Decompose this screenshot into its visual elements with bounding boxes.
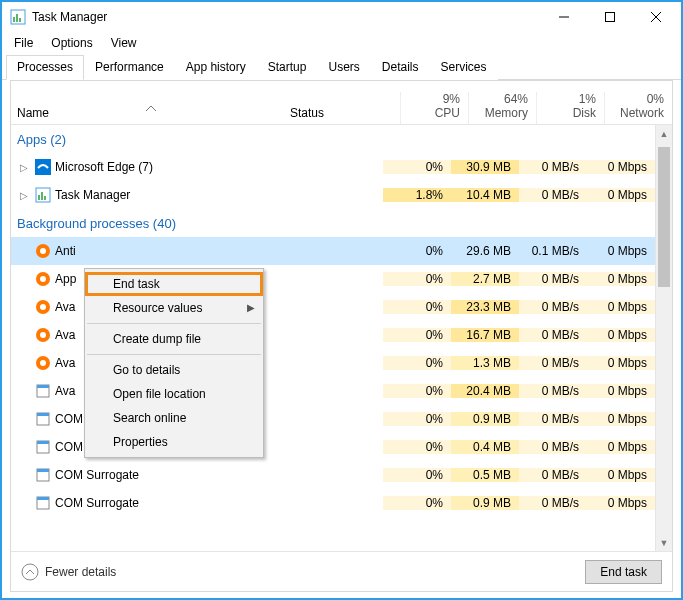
- ctx-separator: [87, 323, 261, 324]
- tab-performance[interactable]: Performance: [84, 55, 175, 80]
- tab-users[interactable]: Users: [317, 55, 370, 80]
- menubar: File Options View: [2, 32, 681, 54]
- svg-rect-24: [37, 385, 49, 388]
- sort-indicator-icon: [146, 106, 156, 112]
- svg-rect-11: [41, 192, 43, 200]
- avast-icon: [35, 355, 51, 371]
- svg-rect-10: [38, 195, 40, 200]
- minimize-button[interactable]: [541, 2, 587, 32]
- svg-point-18: [40, 304, 46, 310]
- tab-details[interactable]: Details: [371, 55, 430, 80]
- column-headers: Name Status 9%CPU 64%Memory 1%Disk 0%Net…: [11, 81, 672, 125]
- expand-icon[interactable]: ▷: [17, 162, 31, 173]
- svg-rect-3: [19, 18, 21, 22]
- avast-icon: [35, 327, 51, 343]
- group-header-background[interactable]: Background processes (40): [11, 209, 655, 237]
- menu-file[interactable]: File: [6, 34, 41, 52]
- context-menu: End task Resource values▶ Create dump fi…: [84, 268, 264, 458]
- scroll-up-icon[interactable]: ▲: [656, 125, 672, 142]
- svg-point-20: [40, 332, 46, 338]
- svg-rect-28: [37, 441, 49, 444]
- ctx-create-dump[interactable]: Create dump file: [85, 327, 263, 351]
- ctx-search-online[interactable]: Search online: [85, 406, 263, 430]
- maximize-button[interactable]: [587, 2, 633, 32]
- group-header-apps[interactable]: Apps (2): [11, 125, 655, 153]
- chevron-up-circle-icon: [21, 563, 39, 581]
- process-row[interactable]: ▷Microsoft Edge (7) 0% 30.9 MB 0 MB/s 0 …: [11, 153, 655, 181]
- edge-icon: [35, 159, 51, 175]
- ctx-properties[interactable]: Properties: [85, 430, 263, 454]
- process-row-selected[interactable]: Anti 0% 29.6 MB 0.1 MB/s 0 Mbps: [11, 237, 655, 265]
- window-title: Task Manager: [32, 10, 541, 24]
- task-manager-icon: [35, 187, 51, 203]
- end-task-button[interactable]: End task: [585, 560, 662, 584]
- col-header-network[interactable]: 0%Network: [604, 92, 672, 124]
- expand-icon[interactable]: ▷: [17, 190, 31, 201]
- svg-rect-12: [44, 196, 46, 200]
- col-header-disk[interactable]: 1%Disk: [536, 92, 604, 124]
- svg-rect-8: [35, 159, 51, 175]
- generic-app-icon: [35, 495, 51, 511]
- svg-rect-30: [37, 469, 49, 472]
- footer: Fewer details End task: [11, 551, 672, 591]
- tab-app-history[interactable]: App history: [175, 55, 257, 80]
- ctx-go-details[interactable]: Go to details: [85, 358, 263, 382]
- ctx-open-location[interactable]: Open file location: [85, 382, 263, 406]
- svg-rect-26: [37, 413, 49, 416]
- ctx-resource-values[interactable]: Resource values▶: [85, 296, 263, 320]
- svg-point-16: [40, 276, 46, 282]
- svg-rect-32: [37, 497, 49, 500]
- menu-view[interactable]: View: [103, 34, 145, 52]
- tab-startup[interactable]: Startup: [257, 55, 318, 80]
- close-button[interactable]: [633, 2, 679, 32]
- svg-rect-5: [606, 13, 615, 22]
- scrollbar-thumb[interactable]: [658, 147, 670, 287]
- avast-icon: [35, 299, 51, 315]
- submenu-arrow-icon: ▶: [247, 302, 255, 313]
- col-header-memory[interactable]: 64%Memory: [468, 92, 536, 124]
- col-header-status[interactable]: Status: [290, 106, 400, 124]
- tab-strip: Processes Performance App history Startu…: [2, 54, 681, 80]
- avast-icon: [35, 243, 51, 259]
- task-manager-window: Task Manager File Options View Processes…: [0, 0, 683, 600]
- generic-app-icon: [35, 467, 51, 483]
- tab-services[interactable]: Services: [430, 55, 498, 80]
- ctx-separator: [87, 354, 261, 355]
- svg-point-33: [22, 564, 38, 580]
- vertical-scrollbar[interactable]: ▲ ▼: [655, 125, 672, 551]
- process-row[interactable]: ▷Task Manager 1.8% 10.4 MB 0 MB/s 0 Mbps: [11, 181, 655, 209]
- app-icon: [10, 9, 26, 25]
- avast-icon: [35, 271, 51, 287]
- svg-rect-2: [16, 14, 18, 22]
- scroll-down-icon[interactable]: ▼: [656, 534, 672, 551]
- col-header-name[interactable]: Name: [11, 106, 290, 124]
- generic-app-icon: [35, 439, 51, 455]
- svg-rect-1: [13, 17, 15, 22]
- tab-processes[interactable]: Processes: [6, 55, 84, 80]
- col-header-cpu[interactable]: 9%CPU: [400, 92, 468, 124]
- titlebar[interactable]: Task Manager: [2, 2, 681, 32]
- svg-point-22: [40, 360, 46, 366]
- process-row[interactable]: COM Surrogate 0% 0.5 MB 0 MB/s 0 Mbps: [11, 461, 655, 489]
- menu-options[interactable]: Options: [43, 34, 100, 52]
- generic-app-icon: [35, 411, 51, 427]
- process-row[interactable]: COM Surrogate 0% 0.9 MB 0 MB/s 0 Mbps: [11, 489, 655, 517]
- fewer-details-toggle[interactable]: Fewer details: [21, 563, 116, 581]
- ctx-end-task[interactable]: End task: [85, 272, 263, 296]
- svg-point-14: [40, 248, 46, 254]
- generic-app-icon: [35, 383, 51, 399]
